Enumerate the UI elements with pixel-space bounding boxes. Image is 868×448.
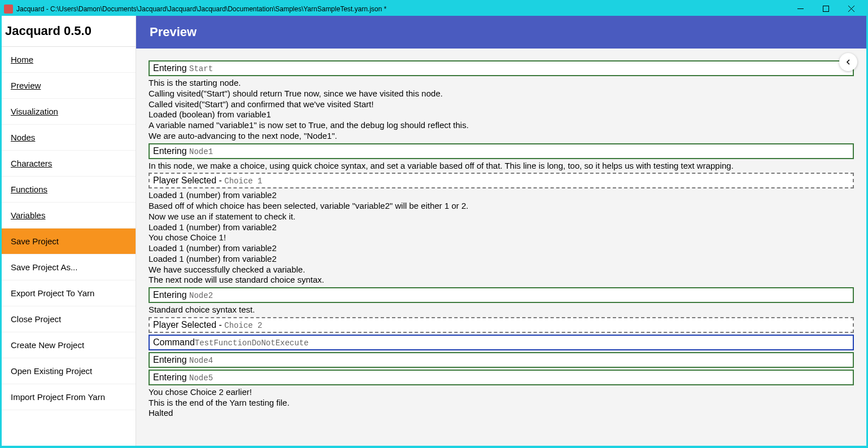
svg-rect-1 xyxy=(823,6,829,12)
sidebar-item-create-new-project[interactable]: Create New Project xyxy=(2,332,136,358)
sidebar-item-save-project-as[interactable]: Save Project As... xyxy=(2,254,136,280)
entering-label: Entering xyxy=(153,355,189,364)
entering-label: Entering xyxy=(153,290,189,300)
sidebar: Jacquard 0.5.0 HomePreviewVisualizationN… xyxy=(2,16,136,446)
log-text: Called visited("Start") and confirmed th… xyxy=(149,99,854,110)
entering-box: Entering Node5 xyxy=(149,370,854,385)
maximize-button[interactable] xyxy=(813,3,839,15)
log-text: Loaded (boolean) from variable1 xyxy=(149,109,854,120)
entering-label: Entering xyxy=(153,63,189,73)
sidebar-item-characters[interactable]: Characters xyxy=(2,151,136,177)
entering-label: Entering xyxy=(153,372,189,382)
log-text: Loaded 1 (number) from variable2 xyxy=(149,254,854,265)
entering-box: Entering Node1 xyxy=(149,143,854,159)
sidebar-item-functions[interactable]: Functions xyxy=(2,177,136,203)
minimize-button[interactable] xyxy=(788,3,813,15)
selected-choice: Choice 1 xyxy=(224,177,262,186)
entering-node: Node4 xyxy=(189,356,213,365)
content-panel: Preview Entering StartThis is the starti… xyxy=(136,16,866,446)
log-text: In this node, we make a choice, using qu… xyxy=(149,161,854,172)
collapse-button[interactable] xyxy=(839,53,857,71)
selected-label: Player Selected - xyxy=(153,175,224,185)
log-text: The next node will use standard choice s… xyxy=(149,275,854,286)
entering-label: Entering xyxy=(153,146,189,156)
app-icon xyxy=(4,5,13,14)
log-text: This is the starting node. xyxy=(149,78,854,89)
entering-box: Entering Node4 xyxy=(149,352,854,368)
window-title: Jacquard - C:\Users\Damon\Documents\Jacq… xyxy=(16,5,788,13)
player-selected-box: Player Selected - Choice 1 xyxy=(149,173,854,188)
log-text: Loaded 1 (number) from variable2 xyxy=(149,243,854,254)
log-text: We are auto-advancing to the next node, … xyxy=(149,131,854,142)
chevron-left-icon xyxy=(845,59,851,65)
sidebar-item-nodes[interactable]: Nodes xyxy=(2,125,136,151)
log-text: This is the end of the Yarn testing file… xyxy=(149,398,854,409)
player-selected-box: Player Selected - Choice 2 xyxy=(149,317,854,333)
sidebar-item-import-project-from-yarn[interactable]: Import Project From Yarn xyxy=(2,384,136,410)
page-title: Preview xyxy=(136,16,866,49)
log-text: Based off of which choice has been selec… xyxy=(149,201,854,212)
sidebar-item-export-project-to-yarn[interactable]: Export Project To Yarn xyxy=(2,280,136,306)
sidebar-item-visualization[interactable]: Visualization xyxy=(2,99,136,125)
command-name: TestFunctionDoNotExecute xyxy=(195,339,309,348)
sidebar-item-preview[interactable]: Preview xyxy=(2,73,136,99)
sidebar-item-variables[interactable]: Variables xyxy=(2,203,136,229)
sidebar-item-home[interactable]: Home xyxy=(2,47,136,73)
log-text: A variable named "variable1" is now set … xyxy=(149,120,854,131)
close-button[interactable] xyxy=(839,3,864,15)
sidebar-item-open-existing-project[interactable]: Open Existing Project xyxy=(2,358,136,384)
log-text: Calling visited("Start") should return T… xyxy=(149,89,854,99)
preview-log: Entering StartThis is the starting node.… xyxy=(136,49,866,422)
sidebar-item-close-project[interactable]: Close Project xyxy=(2,306,136,332)
app-title: Jacquard 0.5.0 xyxy=(2,16,136,47)
log-text: Halted xyxy=(149,408,854,419)
selected-label: Player Selected - xyxy=(153,320,224,330)
log-text: Loaded 1 (number) from variable2 xyxy=(149,190,854,201)
command-label: Command xyxy=(153,337,195,347)
log-text: You chose Choice 2 earlier! xyxy=(149,387,854,398)
log-text: Now we use an if statement to check it. xyxy=(149,212,854,222)
entering-box: Entering Node2 xyxy=(149,287,854,303)
entering-node: Node5 xyxy=(189,374,213,383)
entering-node: Node2 xyxy=(189,291,213,300)
entering-node: Node1 xyxy=(189,147,213,156)
title-bar: Jacquard - C:\Users\Damon\Documents\Jacq… xyxy=(2,2,866,16)
entering-box: Entering Start xyxy=(149,60,854,76)
sidebar-item-save-project[interactable]: Save Project xyxy=(2,229,136,254)
log-text: We have successfully checked a variable. xyxy=(149,265,854,275)
log-text: You chose Choice 1! xyxy=(149,232,854,243)
selected-choice: Choice 2 xyxy=(224,321,262,330)
log-text: Standard choice syntax test. xyxy=(149,305,854,315)
entering-node: Start xyxy=(189,64,213,73)
log-text: Loaded 1 (number) from variable2 xyxy=(149,222,854,233)
command-box: CommandTestFunctionDoNotExecute xyxy=(149,335,854,350)
